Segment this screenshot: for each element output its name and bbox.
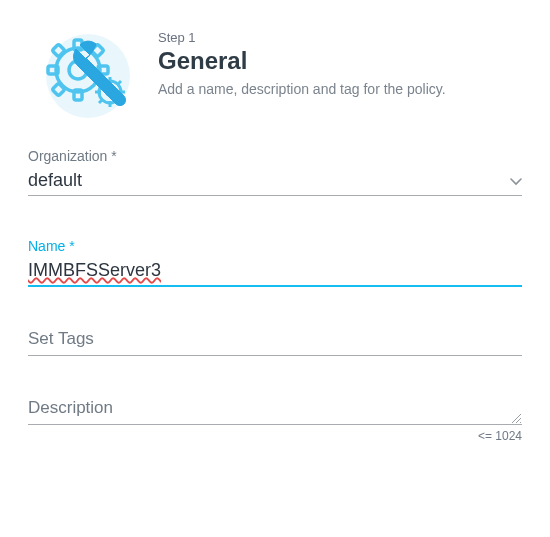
description-hint: <= 1024: [28, 429, 522, 443]
gears-wrench-icon: [36, 28, 141, 118]
svg-line-20: [512, 414, 521, 423]
wizard-header: Step 1 General Add a name, description a…: [28, 24, 522, 118]
chevron-down-icon[interactable]: [502, 172, 522, 189]
tags-label: Set Tags: [28, 329, 522, 355]
organization-value: default: [28, 170, 502, 191]
page-subtitle: Add a name, description and tag for the …: [158, 81, 446, 97]
description-field[interactable]: Description <= 1024: [28, 398, 522, 443]
field-underline: [28, 424, 522, 425]
resize-handle-icon[interactable]: [510, 412, 522, 424]
wizard-header-text: Step 1 General Add a name, description a…: [148, 24, 446, 97]
field-underline: [28, 355, 522, 356]
name-field[interactable]: Name * IMMBFSServer3: [28, 238, 522, 287]
field-underline: [28, 285, 522, 287]
tags-field[interactable]: Set Tags: [28, 329, 522, 356]
svg-line-22: [520, 422, 521, 423]
description-label: Description: [28, 398, 510, 424]
name-label: Name *: [28, 238, 522, 254]
step-label: Step 1: [158, 30, 446, 45]
page-title: General: [158, 47, 446, 75]
name-input[interactable]: IMMBFSServer3: [28, 260, 522, 281]
organization-label: Organization *: [28, 148, 522, 164]
field-underline: [28, 195, 522, 196]
wizard-icon-container: [28, 24, 148, 118]
organization-field[interactable]: Organization * default: [28, 148, 522, 196]
